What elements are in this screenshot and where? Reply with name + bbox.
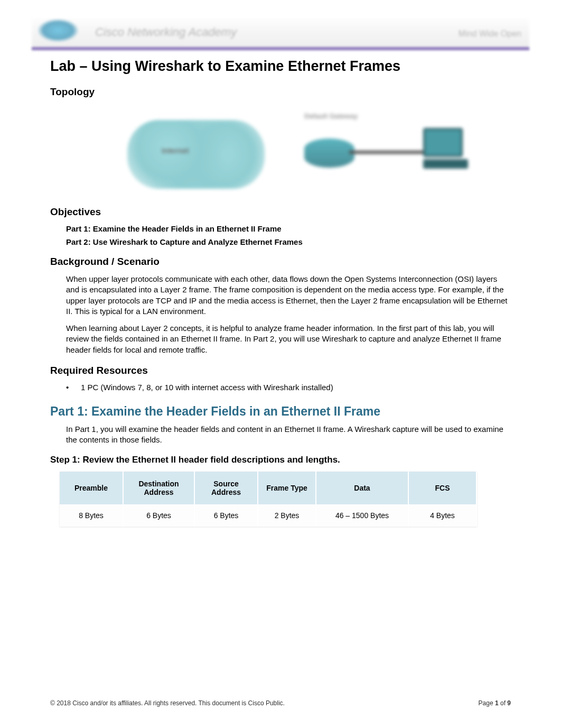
th-preamble: Preamble: [60, 472, 123, 504]
background-para-2: When learning about Layer 2 concepts, it…: [66, 323, 511, 355]
router-label: Default Gateway: [304, 112, 358, 120]
part1-para-1: In Part 1, you will examine the header f…: [66, 424, 511, 446]
td-dest-addr: 6 Bytes: [123, 504, 194, 527]
background-heading: Background / Scenario: [50, 256, 511, 268]
objectives-heading: Objectives: [50, 206, 511, 218]
topology-heading: Topology: [50, 86, 511, 98]
page-sep: of: [499, 699, 508, 707]
table-row: 8 Bytes 6 Bytes 6 Bytes 2 Bytes 46 – 150…: [60, 504, 476, 527]
td-src-addr: 6 Bytes: [194, 504, 258, 527]
background-para-1: When upper layer protocols communicate w…: [66, 274, 511, 317]
page-total: 9: [507, 699, 511, 707]
network-link-icon: [349, 151, 428, 154]
table-header-row: Preamble Destination Address Source Addr…: [60, 472, 476, 504]
document-content: Lab – Using Wireshark to Examine Etherne…: [0, 50, 561, 527]
bullet-icon: •: [66, 383, 81, 392]
td-fcs: 4 Bytes: [408, 504, 476, 527]
resources-item-1: 1 PC (Windows 7, 8, or 10 with internet …: [81, 383, 333, 392]
page-header-banner: Cisco Networking Academy Mind Wide Open: [32, 16, 529, 50]
cisco-logo: [37, 19, 79, 42]
th-frame-type: Frame Type: [258, 472, 316, 504]
step1-heading: Step 1: Review the Ethernet II header fi…: [50, 455, 511, 465]
router-icon: [304, 139, 354, 168]
th-src-addr: Source Address: [194, 472, 258, 504]
td-data: 46 – 1500 Bytes: [316, 504, 408, 527]
header-brand-text: Cisco Networking Academy: [95, 25, 237, 39]
td-preamble: 8 Bytes: [60, 504, 123, 527]
page-current: 1: [495, 699, 499, 707]
part1-heading: Part 1: Examine the Header Fields in an …: [50, 404, 511, 419]
objectives-item-1: Part 1: Examine the Header Fields in an …: [66, 224, 511, 233]
ethernet-header-table: Preamble Destination Address Source Addr…: [60, 472, 477, 527]
th-dest-addr: Destination Address: [123, 472, 194, 504]
pc-icon: [423, 128, 473, 170]
cloud-label: Internet: [162, 146, 189, 155]
resources-bullet: • 1 PC (Windows 7, 8, or 10 with interne…: [66, 383, 511, 392]
header-right-text: Mind Wide Open: [459, 29, 521, 39]
page-label-prefix: Page: [479, 699, 495, 707]
internet-cloud-icon: [127, 120, 265, 189]
footer-copyright: © 2018 Cisco and/or its affiliates. All …: [50, 699, 285, 707]
td-frame-type: 2 Bytes: [258, 504, 316, 527]
resources-heading: Required Resources: [50, 365, 511, 376]
footer-page-number: Page 1 of 9: [479, 699, 511, 707]
topology-diagram: Internet Default Gateway: [96, 104, 465, 197]
th-data: Data: [316, 472, 408, 504]
objectives-item-2: Part 2: Use Wireshark to Capture and Ana…: [66, 237, 511, 246]
page-footer: © 2018 Cisco and/or its affiliates. All …: [50, 699, 511, 707]
th-fcs: FCS: [408, 472, 476, 504]
lab-title: Lab – Using Wireshark to Examine Etherne…: [50, 58, 511, 75]
